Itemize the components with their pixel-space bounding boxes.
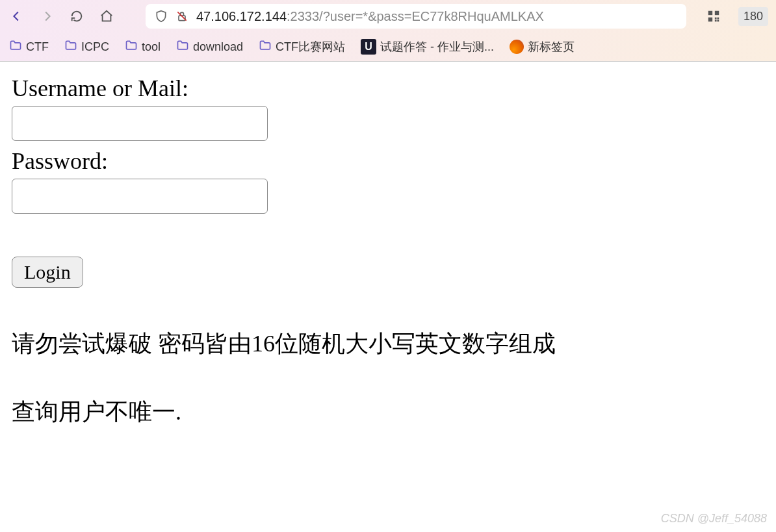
url-host: 47.106.172.144 — [196, 9, 287, 23]
folder-icon — [176, 39, 189, 55]
toolbar: 47.106.172.144:2333/?user=*&pass=EC77k8R… — [0, 0, 776, 32]
result-text: 查询用户不唯一. — [12, 396, 764, 428]
password-input[interactable] — [12, 179, 268, 214]
svg-rect-2 — [708, 11, 712, 15]
username-label: Username or Mail: — [12, 75, 764, 102]
folder-icon — [9, 39, 22, 55]
url-text: 47.106.172.144:2333/?user=*&pass=EC77k8R… — [196, 9, 544, 24]
reload-button[interactable] — [68, 7, 86, 25]
svg-rect-4 — [708, 18, 712, 21]
browser-chrome: 47.106.172.144:2333/?user=*&pass=EC77k8R… — [0, 0, 776, 62]
folder-icon — [64, 39, 77, 55]
bookmark-ctf[interactable]: CTF — [6, 36, 51, 58]
back-button[interactable] — [8, 7, 26, 25]
address-bar[interactable]: 47.106.172.144:2333/?user=*&pass=EC77k8R… — [146, 4, 686, 29]
lock-slash-icon — [175, 10, 188, 23]
svg-rect-3 — [715, 11, 719, 15]
bookmark-label: download — [193, 40, 243, 54]
username-input[interactable] — [12, 106, 268, 141]
bookmark-icpc[interactable]: ICPC — [62, 36, 112, 58]
shield-icon — [155, 10, 168, 23]
bookmarks-bar: CTF ICPC tool download CTF比赛网站 U 试题作答 - … — [0, 32, 776, 61]
bookmark-newtab[interactable]: 新标签页 — [507, 36, 577, 57]
url-path: :2333/?user=*&pass=EC77k8RHquAMLKAX — [287, 9, 544, 23]
svg-rect-8 — [717, 18, 719, 19]
page-content: Username or Mail: Password: Login 请勿尝试爆破… — [0, 62, 776, 440]
qr-icon[interactable] — [705, 7, 723, 25]
notice-text: 请勿尝试爆破 密码皆由16位随机大小写英文数字组成 — [12, 328, 764, 360]
bookmark-label: 试题作答 - 作业与测... — [380, 39, 494, 55]
bookmark-label: CTF比赛网站 — [276, 39, 345, 55]
bookmark-label: ICPC — [81, 40, 109, 54]
folder-icon — [125, 39, 138, 55]
svg-rect-5 — [715, 18, 717, 19]
bookmark-label: CTF — [26, 40, 49, 54]
svg-rect-7 — [715, 20, 717, 22]
login-button[interactable]: Login — [12, 257, 83, 288]
bookmark-label: tool — [142, 40, 161, 54]
bookmark-download[interactable]: download — [174, 36, 246, 58]
password-label: Password: — [12, 147, 764, 175]
firefox-icon — [510, 40, 524, 54]
svg-rect-6 — [717, 20, 719, 22]
u-icon: U — [361, 39, 376, 55]
bookmark-label: 新标签页 — [528, 39, 575, 55]
zoom-badge[interactable]: 180 — [738, 7, 768, 26]
watermark: CSDN @Jeff_54088 — [661, 512, 767, 526]
bookmark-exam[interactable]: U 试题作答 - 作业与测... — [358, 36, 497, 57]
forward-button[interactable] — [38, 7, 56, 25]
bookmark-tool[interactable]: tool — [122, 36, 163, 58]
bookmark-ctf-contest[interactable]: CTF比赛网站 — [256, 36, 348, 58]
folder-icon — [259, 39, 272, 55]
home-button[interactable] — [97, 7, 116, 25]
